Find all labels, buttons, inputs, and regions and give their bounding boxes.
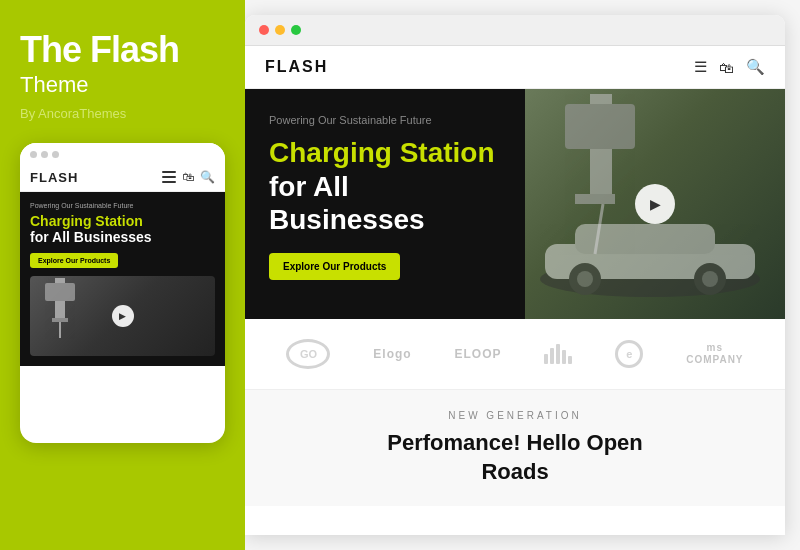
mobile-dot-2 [41,151,48,158]
mobile-logo: FLASH [30,170,78,185]
logo-go: GO [286,339,330,369]
logo-eloop: ELOOP [455,347,502,361]
mobile-mockup: FLASH 🛍 🔍 Powering Our Sustainable Futur… [20,143,225,443]
svg-rect-5 [565,104,635,149]
bars-icon [544,344,572,364]
hero-title-green: Charging Station [269,136,501,170]
site-hero: Powering Our Sustainable Future Charging… [245,89,785,319]
site-nav: FLASH ☰ 🛍 🔍 [245,46,785,89]
app-title: The Flash [20,30,225,70]
company-logo-text: ms COMPANY [686,342,743,366]
content-section: NEW GENERATION Perfomance! Hello Open Ro… [245,390,785,506]
right-panel: FLASH ☰ 🛍 🔍 Powering Our Sustainable Fut… [245,0,800,550]
browser-window: FLASH ☰ 🛍 🔍 Powering Our Sustainable Fut… [245,15,785,535]
mobile-dot-1 [30,151,37,158]
site-search-icon[interactable]: 🔍 [746,58,765,76]
content-tag: NEW GENERATION [265,410,765,421]
svg-rect-6 [575,194,615,204]
app-author: By AncoraThemes [20,106,225,121]
hero-title-white: for All Businesses [269,170,501,237]
left-panel: The Flash Theme By AncoraThemes FLASH 🛍 … [0,0,245,550]
mobile-nav-icons: 🛍 🔍 [162,170,215,184]
logos-bar: GO Elogo ELOOP [245,319,785,390]
app-subtitle: Theme [20,72,225,98]
mobile-hero-title-green: Charging Station [30,213,215,230]
mobile-cta-button[interactable]: Explore Our Products [30,253,118,268]
mobile-top-bar [20,143,225,166]
hero-cta-button[interactable]: Explore Our Products [269,253,400,280]
browser-close-dot [259,25,269,35]
mobile-charging-station-icon [40,278,80,348]
eloop-text: ELOOP [455,347,502,361]
logo-e-circle: e [615,340,643,368]
hero-play-button[interactable]: ▶ [635,184,675,224]
svg-rect-2 [52,318,68,322]
svg-point-12 [577,271,593,287]
mobile-hero-small-text: Powering Our Sustainable Future [30,202,215,209]
mobile-bag-icon[interactable]: 🛍 [182,170,194,184]
mobile-play-button[interactable]: ▶ [112,305,134,327]
mobile-hero: Powering Our Sustainable Future Charging… [20,192,225,367]
logo-bars [544,344,572,364]
mobile-hero-image: ▶ [30,276,215,356]
svg-point-14 [702,271,718,287]
hero-left: Powering Our Sustainable Future Charging… [245,89,525,319]
elogo-text: Elogo [373,347,411,361]
site-hamburger-icon[interactable]: ☰ [694,58,707,76]
mobile-nav: FLASH 🛍 🔍 [20,166,225,192]
hero-small-text: Powering Our Sustainable Future [269,114,501,126]
site-nav-icons: ☰ 🛍 🔍 [694,58,765,76]
svg-rect-10 [575,224,715,254]
browser-bar [245,15,785,46]
hamburger-icon[interactable] [162,171,176,183]
mobile-search-icon[interactable]: 🔍 [200,170,215,184]
mobile-dot-3 [52,151,59,158]
content-title: Perfomance! Hello Open Roads [265,429,765,486]
svg-rect-1 [45,283,75,301]
mobile-dots [30,151,59,158]
site-bag-icon[interactable]: 🛍 [719,59,734,76]
site-logo: FLASH [265,58,328,76]
logo-company: ms COMPANY [686,342,743,366]
logo-elogo: Elogo [373,347,411,361]
hero-right-image: ▶ [525,89,785,319]
browser-maximize-dot [291,25,301,35]
mobile-hero-title-white: for All Businesses [30,229,215,245]
browser-minimize-dot [275,25,285,35]
